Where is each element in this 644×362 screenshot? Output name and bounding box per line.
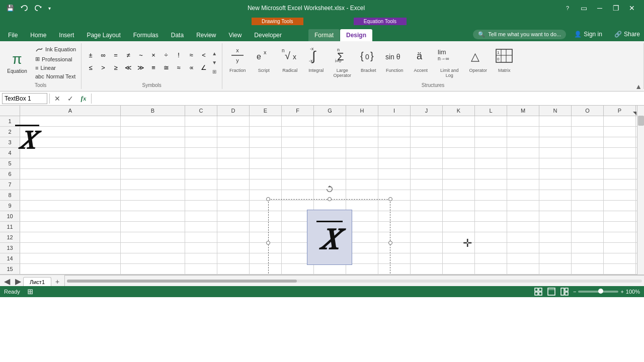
cell-g1[interactable] (314, 116, 346, 126)
tab-file[interactable]: File (2, 29, 24, 41)
symbol-propto[interactable]: ∝ (185, 61, 197, 73)
row-num-5[interactable]: 5 (0, 158, 20, 168)
cell-o1[interactable] (572, 116, 604, 126)
h-scroll-track[interactable] (67, 280, 642, 283)
close-button[interactable]: ✕ (624, 0, 640, 16)
add-sheet-button[interactable]: + (52, 277, 62, 286)
symbol-times[interactable]: × (147, 49, 159, 61)
col-header-k[interactable]: K (443, 106, 475, 116)
normal-view-button[interactable] (534, 287, 543, 296)
row-num-9[interactable]: 9 (0, 201, 20, 211)
tab-design[interactable]: Design (340, 29, 372, 41)
cell-d1[interactable] (217, 116, 250, 126)
radical-button[interactable]: n √ x Radical (278, 44, 302, 74)
large-operator-button[interactable]: n i=0 Σ LargeOperator (330, 44, 354, 79)
name-box[interactable] (2, 93, 47, 104)
normal-text-button[interactable]: abc Normal Text (33, 72, 78, 80)
linear-button[interactable]: ≡ Linear (33, 64, 78, 72)
col-header-f[interactable]: F (282, 106, 314, 116)
col-header-h[interactable]: H (346, 106, 378, 116)
row-num-11[interactable]: 11 (0, 222, 20, 232)
tab-format[interactable]: Format (308, 29, 340, 41)
equation-button[interactable]: π Equation (3, 44, 31, 80)
page-break-view-button[interactable] (560, 287, 569, 296)
symbol-lt[interactable]: < (198, 49, 210, 61)
symbol-not-equals[interactable]: ≠ (122, 49, 134, 61)
tab-page-layout[interactable]: Page Layout (80, 29, 126, 41)
symbol-plus-minus[interactable]: ± (85, 49, 97, 61)
row-num-12[interactable]: 12 (0, 232, 20, 242)
ink-equation-button[interactable]: Ink Equation (33, 44, 78, 54)
col-header-d[interactable]: D (217, 106, 250, 116)
tab-view[interactable]: View (223, 29, 248, 41)
symbol-angle[interactable]: ∠ (198, 61, 210, 73)
handle-tl[interactable] (266, 197, 270, 201)
symbol-gte2[interactable]: ≫ (135, 61, 147, 73)
help-button[interactable]: ? (559, 0, 576, 16)
cell-e1[interactable] (250, 116, 282, 126)
col-header-i[interactable]: I (378, 106, 411, 116)
cell-k1[interactable] (443, 116, 475, 126)
sheet-nav-right[interactable]: ▶ (13, 277, 23, 286)
symbol-approx2[interactable]: ≈ (173, 61, 185, 73)
zoom-out-button[interactable]: − (573, 289, 576, 295)
undo-button[interactable] (18, 2, 30, 14)
row-num-3[interactable]: 3 (0, 137, 20, 147)
formula-fx-button[interactable]: fx (78, 93, 89, 104)
handle-mr[interactable] (388, 241, 392, 245)
symbol-divide[interactable]: ÷ (160, 49, 172, 61)
formula-cancel-button[interactable]: ✕ (52, 93, 63, 104)
handle-tc[interactable] (328, 197, 332, 201)
zoom-slider[interactable] (578, 291, 618, 293)
cell-c1[interactable] (185, 116, 217, 126)
h-scroll-thumb[interactable] (67, 280, 297, 283)
cell-m1[interactable] (507, 116, 539, 126)
bracket-button[interactable]: { 0 } Bracket (356, 44, 380, 74)
col-header-j[interactable]: J (411, 106, 443, 116)
tab-insert[interactable]: Insert (53, 29, 80, 41)
row-num-8[interactable]: 8 (0, 190, 20, 200)
cell-l1[interactable] (475, 116, 507, 126)
handle-tr[interactable] (388, 197, 392, 201)
cell-h1[interactable] (346, 116, 378, 126)
symbol-lte[interactable]: ≤ (85, 61, 97, 73)
tab-developer[interactable]: Developer (248, 29, 288, 41)
symbol-infinity[interactable]: ∞ (97, 49, 109, 61)
cell-a1[interactable] (20, 116, 121, 126)
cell-q1[interactable] (636, 116, 637, 126)
symbol-exclaim[interactable]: ! (173, 49, 185, 61)
sheet-nav-left[interactable]: ◀ (2, 277, 12, 286)
sign-in-button[interactable]: 👤 Sign in (570, 29, 606, 39)
col-header-g[interactable]: G (314, 106, 346, 116)
handle-ml[interactable] (266, 241, 270, 245)
minimize-button[interactable]: ─ (592, 0, 608, 16)
horizontal-scrollbar[interactable] (65, 275, 644, 286)
symbol-equals[interactable]: = (110, 49, 122, 61)
formula-input[interactable] (94, 93, 642, 104)
symbol-cong[interactable]: ≅ (160, 61, 172, 73)
redo-button[interactable] (32, 2, 44, 14)
symbol-more[interactable]: ⊞ (211, 67, 218, 76)
row-num-6[interactable]: 6 (0, 169, 20, 179)
col-header-l[interactable]: L (475, 106, 507, 116)
share-button[interactable]: 🔗 Share (610, 29, 644, 39)
col-header-a[interactable]: A (20, 106, 121, 116)
symbol-scroll-up[interactable]: ▲ (211, 49, 218, 58)
symbol-approx[interactable]: ≈ (185, 49, 197, 61)
vertical-scrollbar[interactable] (637, 106, 644, 275)
symbol-lte2[interactable]: ≪ (122, 61, 134, 73)
col-header-b[interactable]: B (121, 106, 185, 116)
row-num-13[interactable]: 13 (0, 243, 20, 253)
customize-quick-access[interactable]: ▾ (46, 5, 53, 12)
row-num-7[interactable]: 7 (0, 179, 20, 190)
tab-review[interactable]: Review (190, 29, 222, 41)
page-layout-view-button[interactable] (547, 287, 556, 296)
equation-object-2[interactable]: 𝑋 (268, 199, 390, 275)
row-num-4[interactable]: 4 (0, 148, 20, 158)
tab-home[interactable]: Home (24, 29, 52, 41)
fraction-button[interactable]: x y Fraction (225, 44, 250, 74)
row-num-14[interactable]: 14 (0, 253, 20, 263)
col-header-o[interactable]: O (572, 106, 604, 116)
limit-button[interactable]: lim n→∞ Limit andLog (435, 44, 464, 79)
symbol-gt2[interactable]: > (97, 61, 109, 73)
